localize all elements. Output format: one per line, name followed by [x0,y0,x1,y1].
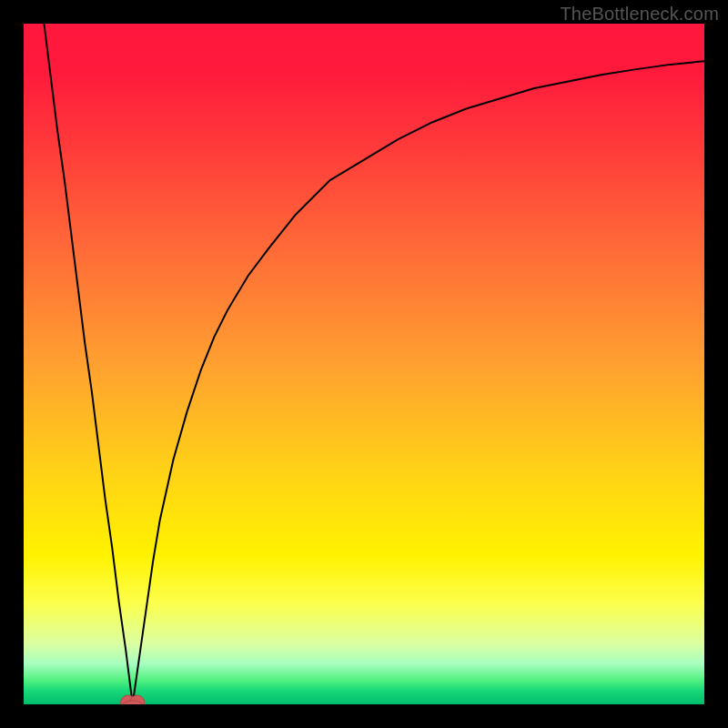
optimum-marker [121,695,145,704]
plot-area [24,24,704,704]
chart-canvas: TheBottleneck.com [0,0,728,728]
curve-layer [24,24,704,704]
watermark-text: TheBottleneck.com [560,4,719,25]
bottleneck-curve [44,24,704,704]
